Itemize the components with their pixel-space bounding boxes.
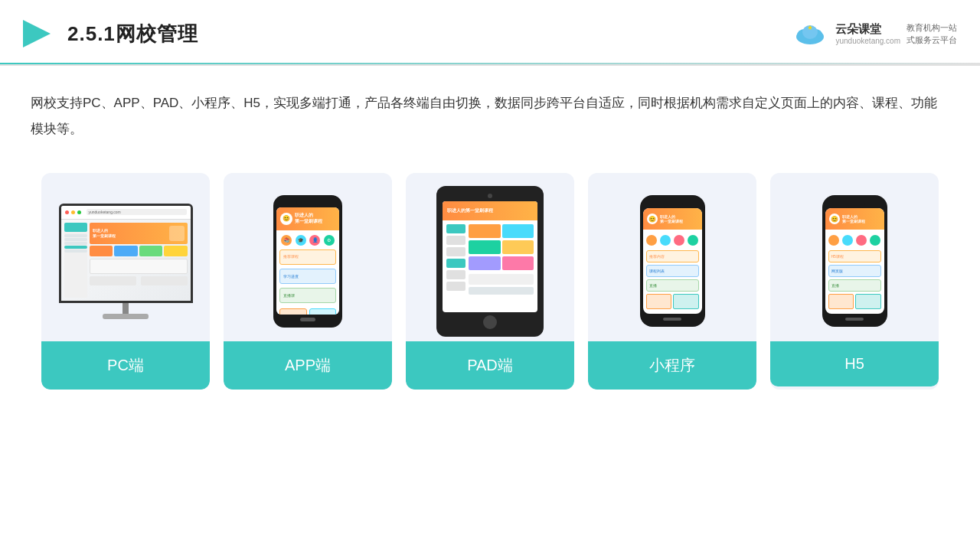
brand-cloud-icon [791,20,829,47]
h5-smartphone-outer: 😊 职进人的第一堂刷课程 H5课程 [822,195,887,327]
app-phone-illustration: 😊 职进人的第一堂刷课程 📚 🎓 [273,195,342,328]
pc-base [103,314,149,319]
logo-arrow-icon [15,14,55,54]
phone-outer: 😊 职进人的第一堂刷课程 📚 🎓 [273,195,342,328]
pc-image-area: yunduoketang.com [41,173,210,341]
pc-stand [122,303,129,314]
miniapp-card: 😊 职进人的第一堂刷课程 推荐内容 [588,173,756,390]
pad-label: PAD端 [406,341,574,390]
h5-phone-illustration: 😊 职进人的第一堂刷课程 H5课程 [822,195,887,327]
h5-card: 😊 职进人的第一堂刷课程 H5课程 [770,173,939,390]
h5-screen: 😊 职进人的第一堂刷课程 H5课程 [825,208,884,314]
h5-image-area: 😊 职进人的第一堂刷课程 H5课程 [770,173,939,341]
pc-device-illustration: yunduoketang.com [59,204,193,319]
desc-paragraph: 网校支持PC、APP、PAD、小程序、H5，实现多端打通，产品各终端自由切换，数… [31,90,949,142]
app-label: APP端 [224,341,392,390]
pc-card: yunduoketang.com [41,173,210,390]
phone-screen: 😊 职进人的第一堂刷课程 📚 🎓 [276,207,339,315]
pad-tablet-illustration: 职进人的第一堂刷课程 [436,186,544,337]
page-title: 2.5.1网校管理 [67,21,198,47]
pc-screen: yunduoketang.com [61,206,191,301]
pad-image-area: 职进人的第一堂刷课程 [406,173,574,341]
brand-url: yunduoketang.com [835,37,900,45]
brand-area: 云朵课堂 yunduoketang.com 教育机构一站 式服务云平台 [791,20,957,47]
miniapp-label: 小程序 [588,341,756,390]
smartphone-outer: 😊 职进人的第一堂刷课程 推荐内容 [640,195,705,327]
smartphone-screen: 😊 职进人的第一堂刷课程 推荐内容 [643,208,702,314]
miniapp-image-area: 😊 职进人的第一堂刷课程 推荐内容 [588,173,756,341]
svg-marker-0 [23,20,51,47]
app-image-area: 😊 职进人的第一堂刷课程 📚 🎓 [224,173,392,341]
brand-name: 云朵课堂 [835,22,900,37]
miniapp-phone-illustration: 😊 职进人的第一堂刷课程 推荐内容 [640,195,705,327]
brand-tagline: 教育机构一站 式服务云平台 [906,21,957,47]
device-cards-area: yunduoketang.com [0,150,980,405]
header: 2.5.1网校管理 云朵课堂 yunduoketang.com 教育机构一站 式… [0,0,980,66]
pad-card: 职进人的第一堂刷课程 [406,173,574,390]
pc-monitor: yunduoketang.com [59,204,193,303]
brand-text: 云朵课堂 yunduoketang.com [835,22,900,45]
tablet-screen: 职进人的第一堂刷课程 [443,201,537,312]
pc-label: PC端 [41,341,210,390]
header-left: 2.5.1网校管理 [15,14,198,54]
app-card: 😊 职进人的第一堂刷课程 📚 🎓 [224,173,392,390]
description-text: 网校支持PC、APP、PAD、小程序、H5，实现多端打通，产品各终端自由切换，数… [0,66,980,150]
tablet-outer: 职进人的第一堂刷课程 [436,186,544,337]
h5-label: H5 [770,341,939,386]
header-divider [0,63,980,64]
